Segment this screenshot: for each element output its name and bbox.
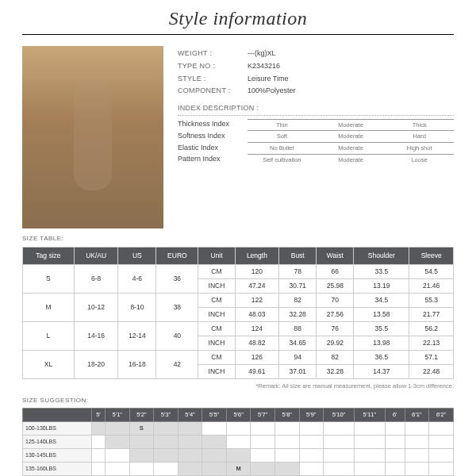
product-info: WEIGHT :---(kg)XL TYPE NO :K2343216 STYL…	[178, 46, 454, 228]
height-col: 5'6"	[226, 409, 251, 422]
table-row: 130-145LBS	[23, 448, 454, 462]
size-col: Tag size	[23, 247, 75, 264]
height-col: 5'9"	[299, 409, 324, 422]
kv-style: STYLE :Leisure Time	[178, 75, 454, 84]
size-col: Sleeve	[409, 247, 454, 264]
height-col: 6'	[385, 409, 405, 422]
size-col: Shoulder	[354, 247, 409, 264]
table-row: 125-140LBS	[23, 435, 454, 448]
table-row: L14-1612-1440CM124887635.556.2	[23, 321, 454, 336]
suggestion-header: SIZE SUGGESTION:	[22, 397, 454, 405]
size-col: EURO	[156, 247, 198, 264]
height-col: 5'	[91, 409, 105, 422]
size-col: UK/AU	[74, 247, 118, 264]
idx-softness: Softness IndexSoftModerateHard	[178, 130, 454, 142]
index-header: INDEX DESCRIPTION :	[178, 104, 454, 116]
height-col: 5'11"	[354, 409, 385, 422]
size-table: Tag sizeUK/AUUSEUROUnitLengthBustWaistSh…	[22, 247, 454, 379]
height-col: 6'2"	[429, 409, 454, 422]
height-col: 5'2"	[129, 409, 154, 422]
kv-weight: WEIGHT :---(kg)XL	[178, 49, 454, 59]
size-remark: *Remark: All size are manual measurement…	[22, 382, 454, 390]
height-col: 5'4"	[178, 409, 202, 422]
table-row: 100-130LBSS	[23, 421, 454, 435]
suggestion-table: 5'5'1"5'2"5'3"5'4"5'5"5'6"5'7"5'8"5'9"5'…	[22, 408, 454, 476]
product-image	[22, 46, 163, 228]
idx-elastic: Elastic IndexNo BulletModerateHigh shot	[178, 142, 454, 154]
size-table-header: SIZE TABLE:	[22, 235, 454, 243]
size-col: Length	[235, 247, 279, 264]
size-col: Unit	[198, 247, 235, 264]
table-row: S6-84-636CM120786633.554.5	[23, 264, 454, 278]
top-section: WEIGHT :---(kg)XL TYPE NO :K2343216 STYL…	[22, 46, 454, 228]
height-col: 5'3"	[154, 409, 178, 422]
idx-pattern: Pattern IndexSelf cultivationModerateLoo…	[178, 154, 454, 166]
table-row: XL18-2016-1842CM126948236.557.1	[23, 350, 454, 364]
kv-component: COMPONENT :100%Polyester	[178, 86, 454, 96]
size-col: US	[118, 247, 156, 264]
kv-type: TYPE NO :K2343216	[178, 62, 454, 71]
size-col: Bust	[279, 247, 317, 264]
size-col: Waist	[317, 247, 354, 264]
idx-thickness: Thickness IndexThinModerateThick	[178, 119, 454, 131]
height-col: 5'10"	[324, 409, 355, 422]
height-col: 5'8"	[274, 409, 299, 422]
divider	[22, 34, 454, 35]
height-col: 6'1"	[405, 409, 429, 422]
height-col: 5'5"	[202, 409, 227, 422]
page-title: Style information	[22, 0, 454, 34]
height-col: 5'7"	[251, 409, 275, 422]
table-row: M10-128-1038CM122827034.555.3	[23, 293, 454, 307]
table-row: 135-160LBSM	[23, 462, 454, 475]
height-col: 5'1"	[106, 409, 130, 422]
